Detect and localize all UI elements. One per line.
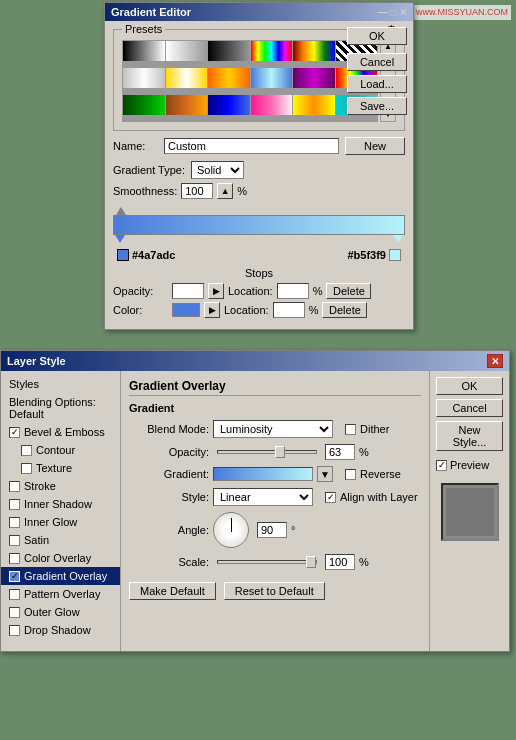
sidebar-item-styles[interactable]: Styles [1,375,120,393]
gradient-overlay-label: Gradient Overlay [24,570,107,582]
right-button-group: OK Cancel Load... Save... [347,27,407,115]
new-button[interactable]: New [345,137,405,155]
location-input-2[interactable] [273,302,305,318]
delete-button-2[interactable]: Delete [322,302,367,318]
layer-style-title: Layer Style [7,355,66,367]
angle-input[interactable] [257,522,287,538]
scale-thumb[interactable] [306,556,316,568]
angle-wheel[interactable] [213,512,249,548]
color-arrow-btn[interactable]: ▶ [204,302,220,318]
sidebar-item-satin[interactable]: Satin [1,531,120,549]
preset-item[interactable] [251,95,293,115]
dither-checkbox[interactable] [345,424,356,435]
color-stop-right[interactable] [393,235,403,243]
section-title-gradient-overlay: Gradient Overlay [129,379,421,396]
contour-checkbox[interactable] [21,445,32,456]
gradient-type-select[interactable]: Solid Noise [191,161,244,179]
close-button[interactable]: ✕ [487,354,503,368]
style-select[interactable]: Linear Radial Angle Reflected Diamond [213,488,313,506]
stroke-checkbox[interactable] [9,481,20,492]
sidebar-item-texture[interactable]: Texture [1,459,120,477]
preset-item[interactable] [123,95,165,115]
location-input-1[interactable] [277,283,309,299]
layer-style-body: Styles Blending Options: Default Bevel &… [1,371,509,651]
sidebar-item-color-overlay[interactable]: Color Overlay [1,549,120,567]
satin-checkbox[interactable] [9,535,20,546]
preset-item[interactable] [123,41,165,61]
sidebar-item-bevel[interactable]: Bevel & Emboss [1,423,120,441]
opacity-stop-left[interactable] [116,207,126,215]
reverse-checkbox[interactable] [345,469,356,480]
preset-item[interactable] [293,95,335,115]
color-overlay-checkbox[interactable] [9,553,20,564]
preset-item[interactable] [293,41,335,61]
sidebar-item-drop-shadow[interactable]: Drop Shadow [1,621,120,639]
save-button[interactable]: Save... [347,97,407,115]
preset-item[interactable] [208,68,250,88]
cancel-button[interactable]: Cancel [347,53,407,71]
preview-inner [446,488,494,536]
opacity-stop-row: Opacity: ▶ Location: % Delete [113,283,405,299]
preset-item[interactable] [208,95,250,115]
sidebar-item-stroke[interactable]: Stroke [1,477,120,495]
sidebar-item-contour[interactable]: Contour [1,441,120,459]
preset-item[interactable] [166,95,208,115]
sidebar-item-gradient-overlay[interactable]: Gradient Overlay [1,567,120,585]
sidebar-item-blending[interactable]: Blending Options: Default [1,393,120,423]
opacity-slider[interactable] [217,450,317,454]
layer-style-main: Gradient Overlay Gradient Blend Mode: Lu… [121,371,429,651]
delete-button-1[interactable]: Delete [326,283,371,299]
inner-glow-checkbox[interactable] [9,517,20,528]
preset-item[interactable] [166,41,208,61]
scale-input[interactable] [325,554,355,570]
blend-mode-select[interactable]: Luminosity Normal Multiply Screen Overla… [213,420,333,438]
gradient-preview[interactable] [213,467,313,481]
preset-item[interactable] [166,68,208,88]
sidebar-item-pattern-overlay[interactable]: Pattern Overlay [1,585,120,603]
preset-item[interactable] [293,68,335,88]
scale-slider[interactable] [217,560,317,564]
sidebar-item-inner-shadow[interactable]: Inner Shadow [1,495,120,513]
ls-ok-button[interactable]: OK [436,377,503,395]
sidebar-item-outer-glow[interactable]: Outer Glow [1,603,120,621]
texture-checkbox[interactable] [21,463,32,474]
opacity-stop-input[interactable] [172,283,204,299]
gradient-dropdown-btn[interactable]: ▼ [317,466,333,482]
ls-cancel-button[interactable]: Cancel [436,399,503,417]
preview-row: Preview [436,459,503,471]
color-stop-left[interactable] [115,235,125,243]
reset-to-default-button[interactable]: Reset to Default [224,582,325,600]
opacity-input[interactable] [325,444,355,460]
bevel-checkbox[interactable] [9,427,20,438]
smoothness-input[interactable] [181,183,213,199]
presets-grid[interactable] [122,40,378,122]
align-layer-checkbox[interactable] [325,492,336,503]
drop-shadow-checkbox[interactable] [9,625,20,636]
opacity-up-btn[interactable]: ▶ [208,283,224,299]
color-swatch-input[interactable] [172,303,200,317]
name-input[interactable] [164,138,339,154]
scale-unit: % [359,556,369,568]
gradient-overlay-checkbox[interactable] [9,571,20,582]
outer-glow-checkbox[interactable] [9,607,20,618]
sidebar-item-inner-glow[interactable]: Inner Glow [1,513,120,531]
preview-checkbox[interactable] [436,460,447,471]
ls-new-style-button[interactable]: New Style... [436,421,503,451]
opacity-stops-area [113,205,405,215]
preset-item[interactable] [251,68,293,88]
titlebar-controls: — □ ✕ [377,7,407,18]
inner-shadow-checkbox[interactable] [9,499,20,510]
opacity-thumb[interactable] [275,446,285,458]
preset-item[interactable] [208,41,250,61]
smoothness-up-btn[interactable]: ▲ [217,183,233,199]
preset-item[interactable] [251,41,293,61]
location-unit-2: % [309,304,319,316]
smoothness-label: Smoothness: [113,185,177,197]
load-button[interactable]: Load... [347,75,407,93]
preset-item[interactable] [123,68,165,88]
make-default-button[interactable]: Make Default [129,582,216,600]
pattern-overlay-checkbox[interactable] [9,589,20,600]
gradient-bar[interactable] [113,215,405,235]
ok-button[interactable]: OK [347,27,407,45]
color-stops-area [113,235,405,247]
